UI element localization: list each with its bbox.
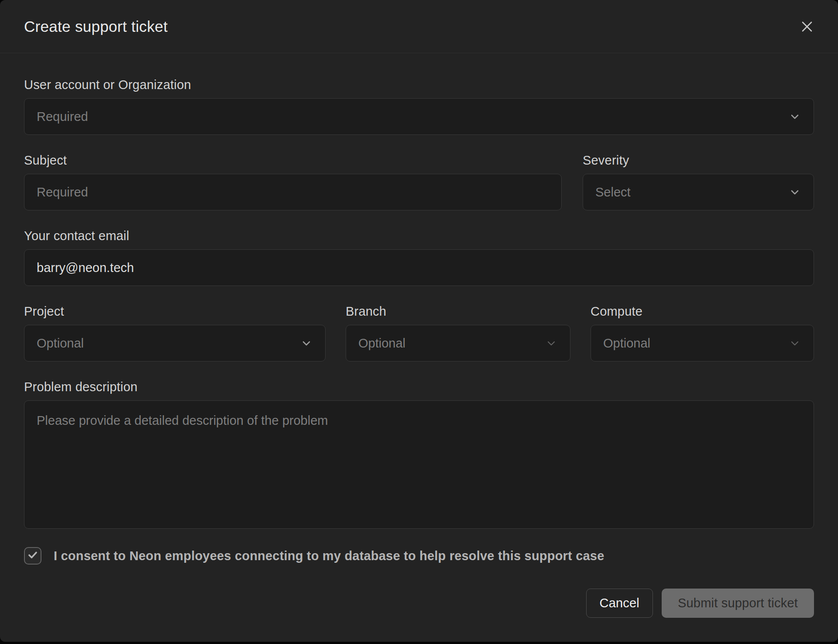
chevron-down-icon — [788, 186, 801, 199]
create-support-ticket-dialog: Create support ticket User account or Or… — [0, 0, 838, 642]
checkmark-icon — [27, 549, 38, 562]
compute-label: Compute — [591, 304, 814, 319]
chevron-down-icon — [545, 337, 558, 350]
severity-placeholder: Select — [595, 185, 631, 200]
subject-label: Subject — [24, 153, 562, 168]
user-account-placeholder: Required — [37, 110, 88, 124]
branch-label: Branch — [346, 304, 570, 319]
submit-support-ticket-button[interactable]: Submit support ticket — [662, 589, 814, 618]
close-button[interactable] — [797, 16, 817, 37]
consent-row: I consent to Neon employees connecting t… — [24, 547, 814, 565]
contact-email-input[interactable] — [24, 249, 814, 286]
branch-select[interactable]: Optional — [346, 325, 570, 362]
dialog-body: User account or Organization Required Su… — [0, 53, 838, 618]
cancel-button[interactable]: Cancel — [586, 589, 653, 618]
severity-label: Severity — [583, 153, 814, 168]
chevron-down-icon — [788, 110, 801, 123]
project-label: Project — [24, 304, 326, 319]
problem-description-label: Problem description — [24, 380, 814, 394]
branch-placeholder: Optional — [358, 336, 405, 351]
close-icon — [800, 19, 814, 34]
project-placeholder: Optional — [37, 336, 84, 351]
user-account-select[interactable]: Required — [24, 98, 814, 135]
compute-placeholder: Optional — [603, 336, 650, 351]
dialog-title: Create support ticket — [24, 18, 168, 35]
severity-select[interactable]: Select — [583, 174, 814, 210]
compute-select[interactable]: Optional — [591, 325, 814, 362]
problem-description-textarea[interactable] — [24, 400, 814, 529]
consent-label: I consent to Neon employees connecting t… — [54, 549, 604, 563]
subject-input[interactable] — [24, 174, 562, 210]
dialog-header: Create support ticket — [0, 0, 838, 53]
consent-checkbox[interactable] — [24, 547, 41, 565]
contact-email-label: Your contact email — [24, 229, 814, 243]
user-account-label: User account or Organization — [24, 78, 814, 92]
chevron-down-icon — [788, 337, 801, 350]
chevron-down-icon — [300, 337, 313, 350]
project-select[interactable]: Optional — [24, 325, 326, 362]
dialog-actions: Cancel Submit support ticket — [24, 589, 814, 618]
